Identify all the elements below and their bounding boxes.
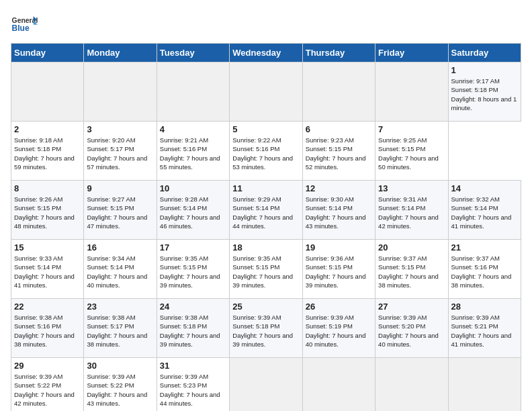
day-cell-24: 24Sunrise: 9:38 AMSunset: 5:18 PMDayligh… [157,299,229,358]
day-cell-23: 23Sunrise: 9:38 AMSunset: 5:17 PMDayligh… [84,299,157,358]
empty-cell [230,358,302,412]
day-cell-25: 25Sunrise: 9:39 AMSunset: 5:18 PMDayligh… [230,299,302,358]
calendar-week-5: 22Sunrise: 9:38 AMSunset: 5:16 PMDayligh… [11,299,521,358]
empty-cell [375,62,448,122]
day-cell-13: 13Sunrise: 9:31 AMSunset: 5:14 PMDayligh… [375,181,448,240]
empty-cell [84,62,157,122]
day-cell-31: 31Sunrise: 9:39 AMSunset: 5:23 PMDayligh… [157,358,229,412]
svg-text:Blue: Blue [12,24,30,33]
day-cell-2: 2Sunrise: 9:18 AMSunset: 5:18 PMDaylight… [11,122,84,181]
day-cell-6: 6Sunrise: 9:23 AMSunset: 5:15 PMDaylight… [302,122,375,181]
day-cell-30: 30Sunrise: 9:39 AMSunset: 5:22 PMDayligh… [84,358,157,412]
day-header-wednesday: Wednesday [230,44,302,62]
day-cell-9: 9Sunrise: 9:27 AMSunset: 5:15 PMDaylight… [84,181,157,240]
day-header-monday: Monday [84,44,157,62]
day-cell-27: 27Sunrise: 9:39 AMSunset: 5:20 PMDayligh… [375,299,448,358]
day-header-sunday: Sunday [11,44,84,62]
day-header-saturday: Saturday [448,44,521,62]
empty-cell [302,358,375,412]
calendar-table: SundayMondayTuesdayWednesdayThursdayFrid… [11,43,521,411]
calendar-week-6: 29Sunrise: 9:39 AMSunset: 5:22 PMDayligh… [11,358,521,412]
day-cell-29: 29Sunrise: 9:39 AMSunset: 5:22 PMDayligh… [11,358,84,412]
day-header-tuesday: Tuesday [157,44,229,62]
empty-cell [302,62,375,122]
day-cell-18: 18Sunrise: 9:35 AMSunset: 5:15 PMDayligh… [230,240,302,299]
day-cell-3: 3Sunrise: 9:20 AMSunset: 5:17 PMDaylight… [84,122,157,181]
calendar-week-3: 8Sunrise: 9:26 AMSunset: 5:15 PMDaylight… [11,181,521,240]
calendar-week-1: 1Sunrise: 9:17 AMSunset: 5:18 PMDaylight… [11,62,521,122]
day-cell-15: 15Sunrise: 9:33 AMSunset: 5:14 PMDayligh… [11,240,84,299]
day-cell-8: 8Sunrise: 9:26 AMSunset: 5:15 PMDaylight… [11,181,84,240]
day-cell-22: 22Sunrise: 9:38 AMSunset: 5:16 PMDayligh… [11,299,84,358]
empty-cell [157,62,229,122]
day-cell-10: 10Sunrise: 9:28 AMSunset: 5:14 PMDayligh… [157,181,229,240]
calendar-week-4: 15Sunrise: 9:33 AMSunset: 5:14 PMDayligh… [11,240,521,299]
day-header-thursday: Thursday [302,44,375,62]
day-cell-21: 21Sunrise: 9:37 AMSunset: 5:16 PMDayligh… [448,240,521,299]
day-cell-17: 17Sunrise: 9:35 AMSunset: 5:15 PMDayligh… [157,240,229,299]
day-cell-1: 1Sunrise: 9:17 AMSunset: 5:18 PMDaylight… [448,62,521,122]
calendar-week-2: 2Sunrise: 9:18 AMSunset: 5:18 PMDaylight… [11,122,521,181]
day-cell-5: 5Sunrise: 9:22 AMSunset: 5:16 PMDaylight… [230,122,302,181]
empty-cell [375,358,448,412]
day-cell-26: 26Sunrise: 9:39 AMSunset: 5:19 PMDayligh… [302,299,375,358]
day-cell-19: 19Sunrise: 9:36 AMSunset: 5:15 PMDayligh… [302,240,375,299]
logo-icon: General Blue [11,11,38,38]
empty-cell [11,62,84,122]
day-header-friday: Friday [375,44,448,62]
page-header: General Blue [11,11,521,38]
empty-cell [230,62,302,122]
day-cell-20: 20Sunrise: 9:37 AMSunset: 5:15 PMDayligh… [375,240,448,299]
day-cell-11: 11Sunrise: 9:29 AMSunset: 5:14 PMDayligh… [230,181,302,240]
day-cell-12: 12Sunrise: 9:30 AMSunset: 5:14 PMDayligh… [302,181,375,240]
logo: General Blue [11,11,40,38]
day-cell-14: 14Sunrise: 9:32 AMSunset: 5:14 PMDayligh… [448,181,521,240]
day-cell-4: 4Sunrise: 9:21 AMSunset: 5:16 PMDaylight… [157,122,229,181]
header-row: SundayMondayTuesdayWednesdayThursdayFrid… [11,44,521,62]
empty-cell [448,358,521,412]
day-cell-28: 28Sunrise: 9:39 AMSunset: 5:21 PMDayligh… [448,299,521,358]
day-cell-7: 7Sunrise: 9:25 AMSunset: 5:15 PMDaylight… [375,122,448,181]
day-cell-16: 16Sunrise: 9:34 AMSunset: 5:14 PMDayligh… [84,240,157,299]
